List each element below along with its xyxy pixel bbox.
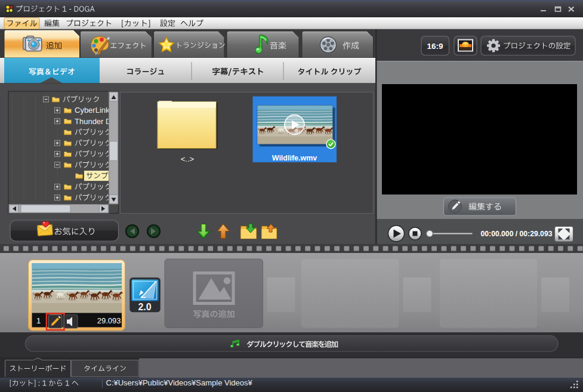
svg-text:16:9: 16:9 — [427, 42, 443, 51]
svg-text:1: 1 — [36, 316, 41, 325]
svg-text:CyberLink: CyberLink — [75, 106, 110, 115]
svg-text:C:¥Users¥Public¥Videos¥Sample: C:¥Users¥Public¥Videos¥Sample Videos¥ — [106, 378, 253, 387]
svg-text:Wildlife.wmv: Wildlife.wmv — [272, 154, 317, 162]
svg-text:<..>: <..> — [181, 155, 194, 163]
svg-text:2.0: 2.0 — [138, 302, 151, 312]
svg-text:29.093: 29.093 — [97, 316, 121, 325]
svg-text:00:00.000 / 00:29.093: 00:00.000 / 00:29.093 — [481, 230, 553, 238]
svg-text:Thunder D: Thunder D — [75, 117, 111, 126]
